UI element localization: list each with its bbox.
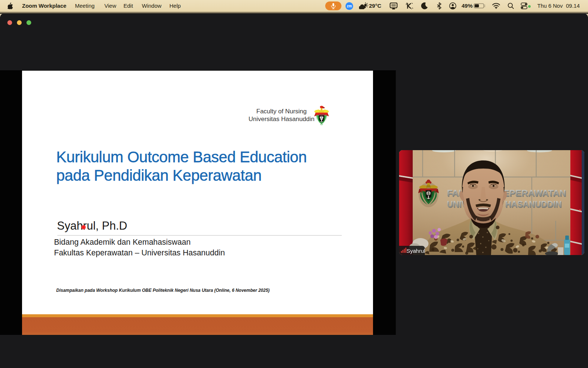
svg-text:Syahrul: Syahrul: [406, 248, 425, 254]
